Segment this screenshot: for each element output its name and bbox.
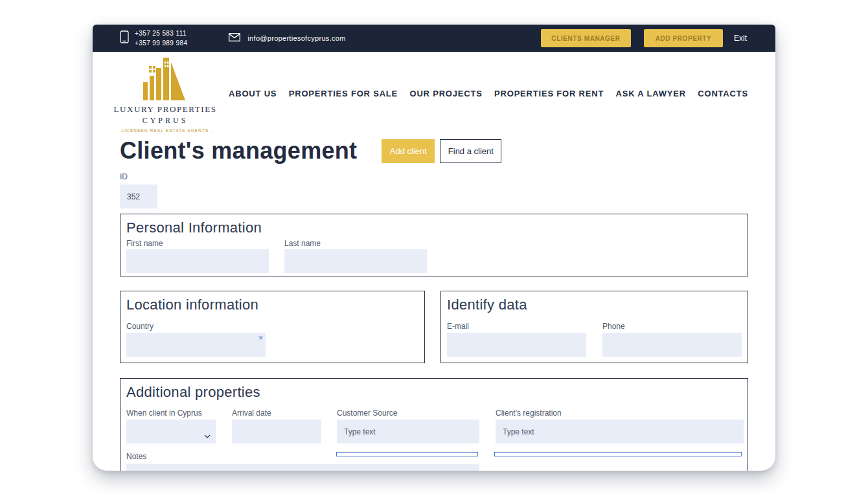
when-in-cyprus-select[interactable] (126, 420, 216, 443)
customer-source-dropdown[interactable] (336, 452, 478, 456)
notes-field (126, 464, 742, 471)
clients-manager-button[interactable]: CLIENTS MANAGER (541, 29, 631, 47)
last-name-field: Last name (284, 239, 427, 273)
personal-information-title: Personal Information (126, 219, 742, 236)
phone-field: Phone (602, 313, 742, 357)
arrival-date-field: Arrival date (232, 409, 321, 443)
main-content: LUXURY PROPERTIES CYPRUS - LICENSED REAL… (93, 52, 775, 471)
page-title: Client's management (120, 137, 357, 164)
email-block: info@propertiesofcyprus.com (229, 32, 345, 44)
customer-source-input[interactable] (337, 420, 479, 443)
contact-email: info@propertiesofcyprus.com (247, 34, 345, 42)
id-input[interactable] (120, 185, 157, 208)
first-name-input[interactable] (126, 249, 269, 273)
identify-data-title: Identify data (447, 297, 742, 313)
personal-information-section: Personal Information First name Last nam… (120, 214, 748, 276)
title-row: Client's management Add client Find a cl… (120, 137, 748, 164)
phone-block: +357 25 583 111 +357 99 989 984 (120, 28, 187, 48)
client-registration-label: Client's registration (496, 409, 744, 418)
country-field: × (126, 333, 266, 357)
notes-label: Notes (126, 452, 336, 461)
identify-data-section: Identify data E-mail Phone (440, 291, 748, 363)
nav-item-about-us[interactable]: ABOUT US (229, 89, 277, 98)
envelope-icon (229, 32, 240, 44)
client-registration-dropdown[interactable] (494, 452, 742, 456)
nav-item-properties-for-rent[interactable]: PROPERTIES FOR RENT (494, 89, 604, 98)
when-in-cyprus-field: When client in Cyprus (126, 409, 216, 443)
phone-numbers: +357 25 583 111 +357 99 989 984 (135, 28, 187, 48)
email-field: E-mail (447, 313, 586, 357)
first-name-field: First name (126, 239, 269, 273)
when-in-cyprus-label: When client in Cyprus (126, 409, 216, 418)
phone-number-1: +357 25 583 111 (135, 30, 187, 37)
location-information-section: Location information Country × (120, 291, 425, 363)
nav-item-ask-a-lawyer[interactable]: ASK A LAWYER (616, 89, 686, 98)
additional-properties-section: Additional properties When client in Cyp… (120, 378, 748, 471)
add-client-button[interactable]: Add client (382, 139, 435, 163)
find-client-button[interactable]: Find a client (440, 139, 501, 163)
nav-item-our-projects[interactable]: OUR PROJECTS (409, 89, 482, 98)
logo-tagline: - LICENSED REAL ESTATE AGENTS - (117, 128, 212, 133)
logo-building-icon (134, 54, 196, 103)
customer-source-label: Customer Source (337, 409, 479, 418)
company-logo: LUXURY PROPERTIES CYPRUS - LICENSED REAL… (120, 54, 211, 133)
email-input[interactable] (447, 333, 586, 357)
customer-source-field: Customer Source (337, 409, 479, 443)
additional-properties-title: Additional properties (126, 384, 742, 401)
logo-name-line2: CYPRUS (143, 116, 188, 126)
country-label: Country (126, 322, 418, 331)
notes-input[interactable] (126, 464, 479, 471)
add-property-button[interactable]: ADD PROPERTY (644, 29, 723, 47)
phone-icon (120, 30, 129, 46)
main-nav: ABOUT US PROPERTIES FOR SALE OUR PROJECT… (229, 89, 748, 98)
client-registration-input[interactable] (496, 420, 744, 443)
site-header: LUXURY PROPERTIES CYPRUS - LICENSED REAL… (120, 52, 748, 135)
last-name-label: Last name (284, 239, 427, 248)
location-information-title: Location information (126, 297, 418, 313)
autocomplete-row: Notes (126, 452, 742, 461)
top-bar: +357 25 583 111 +357 99 989 984 info@pro… (93, 25, 775, 52)
app-window: +357 25 583 111 +357 99 989 984 info@pro… (93, 25, 775, 471)
nav-item-contacts[interactable]: CONTACTS (698, 89, 748, 98)
phone-input[interactable] (602, 333, 742, 357)
client-registration-field: Client's registration (496, 409, 744, 443)
exit-link[interactable]: Exit (734, 34, 747, 43)
arrival-date-label: Arrival date (232, 409, 321, 418)
phone-number-2: +357 99 989 984 (135, 39, 187, 47)
email-label: E-mail (447, 322, 586, 331)
country-input[interactable] (126, 333, 266, 357)
phone-label: Phone (602, 322, 742, 331)
id-field-block: ID (120, 172, 748, 208)
logo-name-line1: LUXURY PROPERTIES (113, 104, 216, 115)
chevron-down-icon (204, 429, 211, 441)
id-label: ID (120, 172, 748, 181)
nav-item-properties-for-sale[interactable]: PROPERTIES FOR SALE (289, 89, 398, 98)
first-name-label: First name (126, 239, 269, 248)
clear-country-icon[interactable]: × (258, 335, 263, 341)
arrival-date-input[interactable] (232, 420, 321, 443)
location-identify-row: Location information Country × Identify … (120, 291, 748, 363)
last-name-input[interactable] (284, 249, 427, 273)
